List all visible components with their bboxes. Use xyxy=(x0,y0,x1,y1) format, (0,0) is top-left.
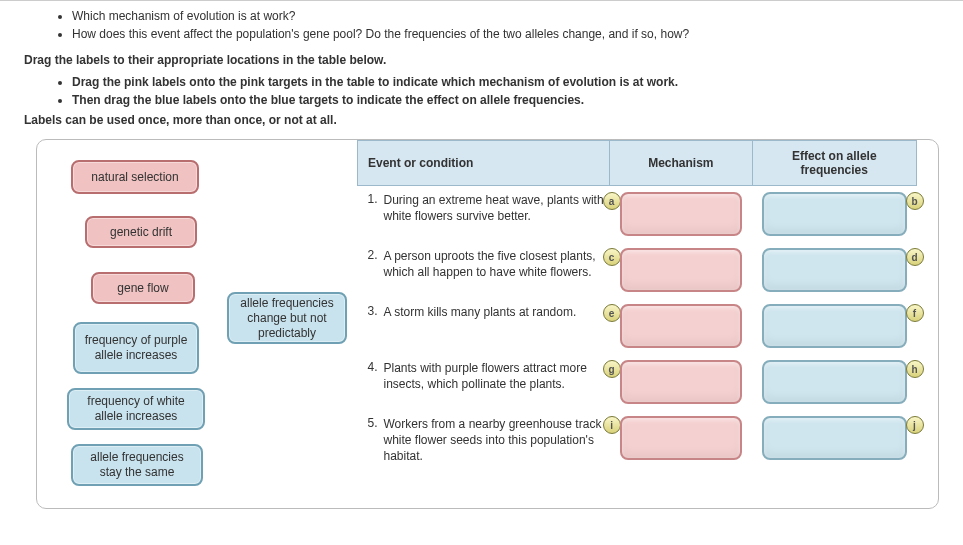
mechanism-cell: e xyxy=(610,298,752,354)
drop-target-mechanism-4[interactable] xyxy=(620,360,742,404)
instructions-block: Drag the labels to their appropriate loc… xyxy=(0,47,963,111)
drag-label-allele-change-unpredictable[interactable]: allele frequencies change but not predic… xyxy=(227,292,347,344)
drag-label-purple-increases[interactable]: frequency of purple allele increases xyxy=(73,322,199,374)
event-number: 3. xyxy=(362,304,378,318)
effect-cell: f xyxy=(752,298,916,354)
table-row: 1.During an extreme heat wave, plants wi… xyxy=(358,186,917,243)
drop-target-effect-2[interactable] xyxy=(762,248,906,292)
target-badge-b: b xyxy=(906,192,924,210)
table-row: 2.A person uproots the five closest plan… xyxy=(358,242,917,298)
target-badge-j: j xyxy=(906,416,924,434)
instruction-bullet: Then drag the blue labels onto the blue … xyxy=(72,91,939,109)
drop-target-effect-5[interactable] xyxy=(762,416,906,460)
drag-label-gene-flow[interactable]: gene flow xyxy=(91,272,195,304)
event-cell: 1.During an extreme heat wave, plants wi… xyxy=(358,186,610,243)
drop-target-effect-4[interactable] xyxy=(762,360,906,404)
table-row: 5.Workers from a nearby greenhouse track… xyxy=(358,410,917,471)
instructions-note: Labels can be used once, more than once,… xyxy=(0,111,963,135)
target-badge-a: a xyxy=(603,192,621,210)
event-text: A person uproots the five closest plants… xyxy=(384,248,608,280)
event-number: 5. xyxy=(362,416,378,430)
mechanism-cell: g xyxy=(610,354,752,410)
instruction-bullet: Drag the pink labels onto the pink targe… xyxy=(72,73,939,91)
event-cell: 2.A person uproots the five closest plan… xyxy=(358,242,610,298)
table-row: 3.A storm kills many plants at random.ef xyxy=(358,298,917,354)
drag-label-natural-selection[interactable]: natural selection xyxy=(71,160,199,194)
drop-target-mechanism-5[interactable] xyxy=(620,416,742,460)
event-text: Plants with purple flowers attract more … xyxy=(384,360,608,392)
event-cell: 5.Workers from a nearby greenhouse track… xyxy=(358,410,610,471)
drop-target-mechanism-2[interactable] xyxy=(620,248,742,292)
answer-table-area: Event or condition Mechanism Effect on a… xyxy=(357,140,926,471)
col-header-effect: Effect on allele frequencies xyxy=(752,141,916,186)
mechanism-cell: a xyxy=(610,186,752,243)
intro-bullet: Which mechanism of evolution is at work? xyxy=(72,7,939,25)
answer-table: Event or condition Mechanism Effect on a… xyxy=(357,140,917,471)
col-header-mechanism: Mechanism xyxy=(610,141,752,186)
event-text: During an extreme heat wave, plants with… xyxy=(384,192,608,224)
event-number: 4. xyxy=(362,360,378,374)
target-badge-e: e xyxy=(603,304,621,322)
target-badge-i: i xyxy=(603,416,621,434)
intro-bullet: How does this event affect the populatio… xyxy=(72,25,939,43)
event-number: 1. xyxy=(362,192,378,206)
target-badge-d: d xyxy=(906,248,924,266)
target-badge-g: g xyxy=(603,360,621,378)
event-text: Workers from a nearby greenhouse track w… xyxy=(384,416,608,465)
event-cell: 3.A storm kills many plants at random. xyxy=(358,298,610,354)
drop-target-mechanism-3[interactable] xyxy=(620,304,742,348)
drag-label-genetic-drift[interactable]: genetic drift xyxy=(85,216,197,248)
drop-target-effect-3[interactable] xyxy=(762,304,906,348)
mechanism-cell: i xyxy=(610,410,752,471)
drop-target-effect-1[interactable] xyxy=(762,192,906,236)
effect-cell: b xyxy=(752,186,916,243)
event-cell: 4.Plants with purple flowers attract mor… xyxy=(358,354,610,410)
drop-target-mechanism-1[interactable] xyxy=(620,192,742,236)
target-badge-f: f xyxy=(906,304,924,322)
table-row: 4.Plants with purple flowers attract mor… xyxy=(358,354,917,410)
instructions-lead: Drag the labels to their appropriate loc… xyxy=(24,53,939,73)
drag-drop-workspace: natural selectiongenetic driftgene flowa… xyxy=(36,139,939,509)
effect-cell: j xyxy=(752,410,916,471)
drag-label-white-increases[interactable]: frequency of white allele increases xyxy=(67,388,205,430)
event-number: 2. xyxy=(362,248,378,262)
effect-cell: h xyxy=(752,354,916,410)
drag-label-stay-same[interactable]: allele frequencies stay the same xyxy=(71,444,203,486)
effect-cell: d xyxy=(752,242,916,298)
event-text: A storm kills many plants at random. xyxy=(384,304,608,320)
intro-questions: Which mechanism of evolution is at work?… xyxy=(0,7,963,47)
col-header-event: Event or condition xyxy=(358,141,610,186)
target-badge-h: h xyxy=(906,360,924,378)
target-badge-c: c xyxy=(603,248,621,266)
mechanism-cell: c xyxy=(610,242,752,298)
